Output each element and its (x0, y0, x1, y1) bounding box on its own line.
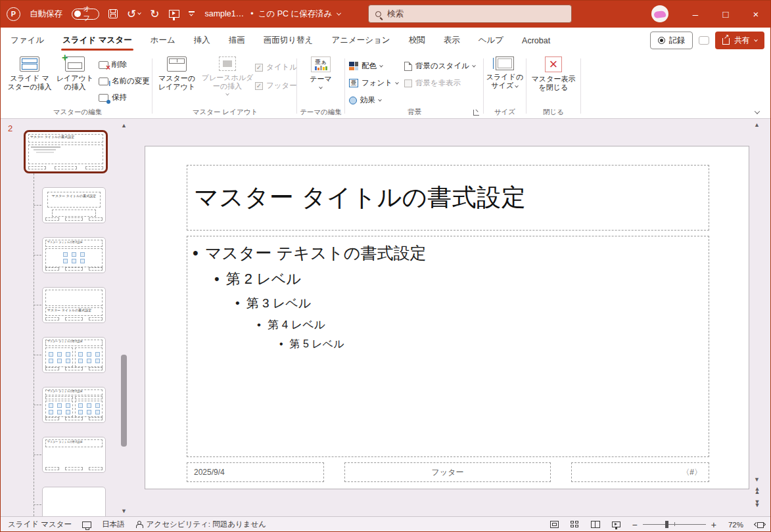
tab-animations[interactable]: アニメーション (322, 28, 399, 54)
layout-tree-connector (34, 173, 34, 516)
group-label-master-layout: マスター レイアウト (155, 108, 295, 117)
statusbar-accessibility[interactable]: アクセシビリティ: 問題ありません (147, 520, 266, 529)
preserve-button[interactable]: 保持 (99, 91, 127, 104)
comments-icon[interactable] (699, 36, 709, 45)
fonts-label: フォント (362, 78, 392, 88)
rename-button[interactable]: 名前の変更 (99, 74, 150, 88)
undo-button[interactable]: ↺ (127, 9, 141, 20)
minimize-button[interactable]: – (680, 0, 711, 28)
footer-checkbox-label: フッター (266, 81, 297, 91)
layout-thumbnail-title-slide[interactable]: マスター タイトルの書式設定 (42, 187, 106, 223)
tab-help[interactable]: ヘルプ (469, 28, 513, 54)
master-slide-thumbnail[interactable]: マスター タイトルの書式設定 (24, 130, 108, 173)
tab-insert[interactable]: 挿入 (185, 28, 220, 54)
search-input[interactable]: 検索 (368, 5, 572, 23)
group-label-master-edit: マスターの編集 (5, 108, 150, 117)
layout-tree-stub (34, 255, 41, 255)
layout-thumbnail-two-content[interactable]: マスター タイトルの書式設定 (42, 337, 106, 373)
reading-view-icon[interactable] (591, 521, 600, 528)
footer-placeholder[interactable]: フッター (344, 462, 551, 482)
tab-draw[interactable]: 描画 (220, 28, 254, 54)
layout-thumbnail-title-only[interactable]: マスター タイトルの書式設定 (42, 437, 106, 473)
accessibility-icon (135, 521, 143, 528)
zoom-slider[interactable] (643, 524, 706, 525)
layout-tree-stub (34, 504, 41, 505)
colors-button[interactable]: 配色 (349, 59, 383, 73)
autosave-toggle[interactable]: オフ (72, 9, 99, 20)
body-placeholder[interactable]: マスター テキストの書式設定 第 2 レベル 第 3 レベル 第 4 レベル 第… (187, 236, 709, 457)
next-slide-button[interactable]: ▼▼ (753, 500, 761, 507)
collapse-ribbon-icon[interactable] (755, 108, 760, 114)
share-icon (722, 38, 730, 45)
tab-home[interactable]: ホーム (141, 28, 185, 54)
master-layout-button[interactable]: マスターのレイアウト (155, 56, 199, 91)
panel-scroll-down-icon[interactable]: ▼ (121, 508, 127, 514)
zoom-in-icon[interactable]: + (711, 520, 716, 530)
close-button[interactable]: × (741, 0, 771, 28)
share-button[interactable]: 共有 (715, 32, 764, 49)
close-master-view-button[interactable]: × マスター表示を閉じる (528, 56, 578, 92)
hide-background-label: 背景を非表示 (415, 78, 461, 88)
title-placeholder[interactable]: マスター タイトルの書式設定 (187, 165, 709, 231)
insert-placeholder-label: プレースホルダーの挿入 (201, 74, 254, 91)
themes-button[interactable]: 亜ぁ テーマ (304, 56, 337, 89)
previous-slide-button[interactable]: ▲▲ (753, 487, 761, 494)
delete-button[interactable]: 削除 (99, 58, 127, 72)
canvas-scroll-up-icon[interactable]: ▲ (754, 122, 760, 128)
chevron-down-icon (395, 80, 399, 84)
insert-layout-button[interactable]: レイアウトの挿入 (55, 56, 95, 91)
checkbox-checked-icon: ✓ (255, 64, 263, 72)
rename-icon (99, 78, 108, 85)
background-styles-button[interactable]: 背景のスタイル (404, 59, 475, 73)
statusbar-language[interactable]: 日本語 (102, 520, 125, 529)
canvas-scroll-down-icon[interactable]: ▼ (754, 477, 760, 483)
normal-view-icon[interactable] (550, 521, 559, 528)
panel-scroll-up-icon[interactable]: ▲ (121, 123, 127, 129)
fonts-button[interactable]: 亜 フォント (349, 76, 398, 90)
footer-checkbox[interactable]: ✓ フッター (255, 79, 297, 93)
customize-quick-access-toolbar-icon[interactable] (189, 11, 195, 16)
effects-button[interactable]: 効果 (349, 93, 381, 107)
layout-thumbnail-title-content[interactable]: マスター タイトルの書式設定 (42, 237, 106, 273)
slide-number-placeholder[interactable]: 〈#〉 (571, 462, 709, 482)
save-icon[interactable] (108, 9, 118, 18)
tab-transitions[interactable]: 画面切り替え (254, 28, 323, 54)
fit-to-window-icon[interactable] (755, 521, 764, 528)
layout-thumbnail-comparison[interactable]: マスター タイトルの書式設定 (42, 387, 106, 423)
powerpoint-app-icon[interactable]: P (7, 7, 20, 21)
account-avatar[interactable] (651, 5, 668, 22)
slide-sorter-view-icon[interactable] (571, 521, 579, 528)
statusbar-view-name[interactable]: スライド マスター (8, 520, 72, 529)
display-settings-icon[interactable] (82, 521, 91, 528)
maximize-button[interactable]: □ (711, 0, 741, 28)
panel-scrollbar[interactable] (121, 355, 127, 447)
zoom-out-icon[interactable]: − (632, 520, 638, 530)
tab-review[interactable]: 校閲 (400, 28, 434, 54)
background-styles-icon (404, 62, 412, 71)
insert-slide-master-label: スライド マスターの挿入 (7, 74, 53, 91)
checkbox-unchecked-icon (404, 79, 412, 87)
layout-thumbnail-section-header[interactable]: マスター タイトルの書式設定 (42, 287, 106, 323)
zoom-level[interactable]: 72% (728, 521, 743, 529)
title-checkbox[interactable]: ✓ タイトル (255, 60, 297, 74)
zoom-slider-handle[interactable] (665, 521, 668, 528)
tab-acrobat[interactable]: Acrobat (513, 29, 559, 53)
tab-slide-master[interactable]: スライド マスター (53, 28, 141, 54)
tab-view[interactable]: 表示 (434, 28, 469, 54)
close-master-view-icon: × (545, 56, 562, 72)
date-placeholder[interactable]: 2025/9/4 (187, 462, 324, 482)
insert-slide-master-button[interactable]: スライド マスターの挿入 (7, 56, 53, 91)
insert-placeholder-icon (219, 56, 236, 71)
tab-file[interactable]: ファイル (9, 28, 53, 54)
slide-size-button[interactable]: スライドのサイズ (486, 56, 524, 90)
chevron-down-icon (754, 37, 758, 41)
colors-label: 配色 (362, 61, 377, 71)
start-slideshow-icon[interactable] (169, 10, 179, 18)
record-button[interactable]: 記録 (650, 32, 693, 49)
insert-placeholder-button[interactable]: プレースホルダーの挿入 (201, 56, 254, 96)
redo-button[interactable]: ↻ (150, 9, 159, 20)
slideshow-view-icon[interactable] (612, 521, 620, 527)
save-status-label[interactable]: この PC に保存済み (258, 9, 333, 20)
hide-background-checkbox[interactable]: 背景を非表示 (404, 76, 461, 90)
document-title[interactable]: sample1… (205, 9, 245, 18)
